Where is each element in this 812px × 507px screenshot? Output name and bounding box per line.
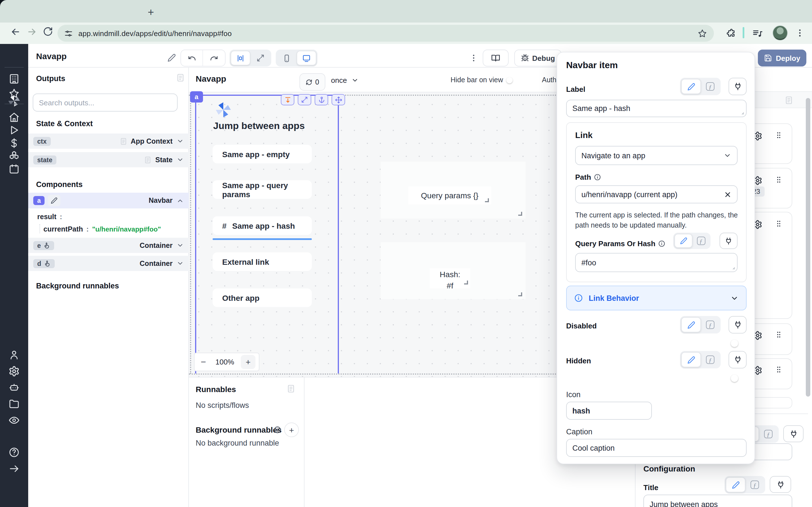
container-d-row[interactable]: d Container: [28, 256, 189, 271]
info-icon[interactable]: [273, 426, 282, 434]
container-e-row[interactable]: e Container: [28, 238, 189, 253]
mobile-view-button[interactable]: [277, 51, 297, 65]
query-params-text-component[interactable]: Query params {}: [408, 186, 491, 205]
zoom-in-button[interactable]: +: [241, 355, 255, 369]
desktop-view-button[interactable]: [297, 51, 316, 65]
add-background-runnable-button[interactable]: +: [284, 422, 299, 437]
state-row[interactable]: state State: [28, 152, 189, 167]
query-hash-input[interactable]: #foo: [575, 253, 738, 272]
item-drag-handle[interactable]: [775, 131, 783, 139]
new-tab-button[interactable]: +: [148, 7, 154, 17]
link-type-select[interactable]: Navigate to an app: [575, 146, 738, 165]
debug-button[interactable]: Debug: [514, 50, 562, 66]
expand-component-button[interactable]: [298, 94, 311, 105]
anchor-component-button[interactable]: [315, 94, 328, 105]
site-settings-icon[interactable]: [64, 29, 73, 38]
runnables-doc-icon[interactable]: [287, 384, 296, 393]
navbar-preview-item[interactable]: Other app: [213, 288, 312, 307]
undo-button[interactable]: [181, 50, 203, 66]
resize-corner[interactable]: [518, 212, 522, 216]
fx-mode-button[interactable]: ƒ: [746, 477, 764, 492]
connect-plug-button[interactable]: [719, 233, 738, 249]
help-icon[interactable]: [8, 447, 20, 458]
caption-input[interactable]: Cool caption: [566, 439, 747, 457]
media-controls-icon[interactable]: [752, 28, 763, 39]
link-behavior-collapsible[interactable]: Link Behavior: [566, 286, 747, 311]
folders-icon[interactable]: [8, 398, 20, 409]
fx-mode-button[interactable]: ƒ: [759, 427, 777, 442]
navbar-preview-item-active[interactable]: # Same app - hash: [213, 216, 312, 235]
pencil-mode-button[interactable]: [681, 352, 701, 367]
settings-gear-icon[interactable]: [8, 365, 20, 377]
resize-corner[interactable]: [485, 198, 489, 202]
textarea-resize-icon[interactable]: [730, 265, 735, 270]
browser-forward-button[interactable]: [27, 26, 37, 37]
resize-corner[interactable]: [518, 292, 522, 296]
home-icon[interactable]: [8, 112, 20, 123]
browser-back-button[interactable]: [10, 26, 21, 37]
expand-sidebar-icon[interactable]: [8, 463, 20, 474]
favorites-star-icon[interactable]: [8, 88, 20, 99]
panel-doc-icon[interactable]: [784, 96, 794, 105]
item-drag-handle[interactable]: [775, 220, 783, 228]
fx-mode-button[interactable]: ƒ: [701, 352, 719, 367]
pencil-mode-button[interactable]: [681, 317, 701, 332]
navbar-preview-item[interactable]: Same app - empty: [213, 145, 312, 163]
navbar-preview-item[interactable]: Same app - query params: [213, 180, 312, 199]
clear-path-icon[interactable]: [724, 191, 731, 198]
panel-scrollbar[interactable]: [806, 98, 810, 397]
chevron-down-icon[interactable]: [176, 242, 184, 249]
run-mode-dropdown[interactable]: once: [331, 76, 359, 84]
chevron-down-icon[interactable]: [176, 156, 184, 163]
zoom-out-button[interactable]: −: [198, 357, 209, 367]
edit-app-name-icon[interactable]: [167, 54, 176, 62]
bookmark-star-icon[interactable]: [698, 29, 707, 38]
connect-plug-button[interactable]: [728, 351, 747, 369]
browser-reload-button[interactable]: [43, 26, 53, 37]
label-input[interactable]: Same app - hash: [566, 100, 747, 117]
path-input[interactable]: u/henri/navapp (current app): [575, 185, 738, 203]
refresh-count-button[interactable]: 0: [299, 73, 325, 91]
users-icon[interactable]: [8, 349, 20, 360]
outputs-doc-icon[interactable]: [176, 73, 185, 82]
hash-text-component[interactable]: Hash: #f: [430, 268, 470, 288]
title-input[interactable]: Jump between apps: [644, 495, 792, 507]
schedules-icon[interactable]: [8, 163, 20, 175]
item-drag-handle[interactable]: [775, 176, 783, 184]
move-component-button[interactable]: [332, 94, 345, 105]
resize-corner[interactable]: [464, 281, 468, 284]
fill-height-button[interactable]: [281, 94, 294, 105]
chevron-down-icon[interactable]: [176, 137, 184, 145]
workspace-icon[interactable]: [8, 73, 20, 84]
docs-book-button[interactable]: [483, 50, 509, 66]
navbar-preview-item[interactable]: External link: [213, 252, 312, 271]
connect-plug-button[interactable]: [728, 78, 747, 95]
connect-plug-button[interactable]: [728, 316, 747, 334]
variables-icon[interactable]: [8, 137, 20, 149]
pencil-mode-button[interactable]: [681, 79, 701, 94]
fullwidth-layout-button[interactable]: [250, 51, 270, 65]
pencil-mode-button[interactable]: [674, 234, 693, 248]
profile-avatar[interactable]: [772, 25, 788, 41]
chevron-up-icon[interactable]: [176, 197, 184, 204]
fx-mode-button[interactable]: ƒ: [701, 317, 719, 332]
icon-input[interactable]: hash: [566, 402, 652, 420]
textarea-resize-icon[interactable]: [739, 110, 744, 115]
audit-eye-icon[interactable]: [8, 414, 20, 426]
deploy-button[interactable]: Deploy: [758, 50, 806, 66]
selected-component-badge[interactable]: a: [190, 91, 203, 103]
centered-layout-button[interactable]: [231, 51, 250, 65]
extensions-icon[interactable]: [726, 28, 737, 38]
info-icon[interactable]: [594, 173, 601, 181]
connect-plug-button[interactable]: [783, 425, 804, 442]
item-drag-handle[interactable]: [775, 365, 783, 374]
address-bar[interactable]: app.windmill.dev/apps/edit/u/henri/navap…: [57, 25, 714, 42]
search-outputs-input[interactable]: [33, 94, 177, 112]
connect-plug-button[interactable]: [770, 476, 791, 493]
item-drag-handle[interactable]: [775, 331, 783, 339]
browser-menu-icon[interactable]: [795, 28, 805, 38]
pencil-mode-button[interactable]: [726, 477, 746, 492]
fx-mode-button[interactable]: ƒ: [693, 234, 709, 248]
chevron-down-icon[interactable]: [176, 260, 184, 267]
navbar-component-row[interactable]: a Navbar: [28, 193, 189, 209]
